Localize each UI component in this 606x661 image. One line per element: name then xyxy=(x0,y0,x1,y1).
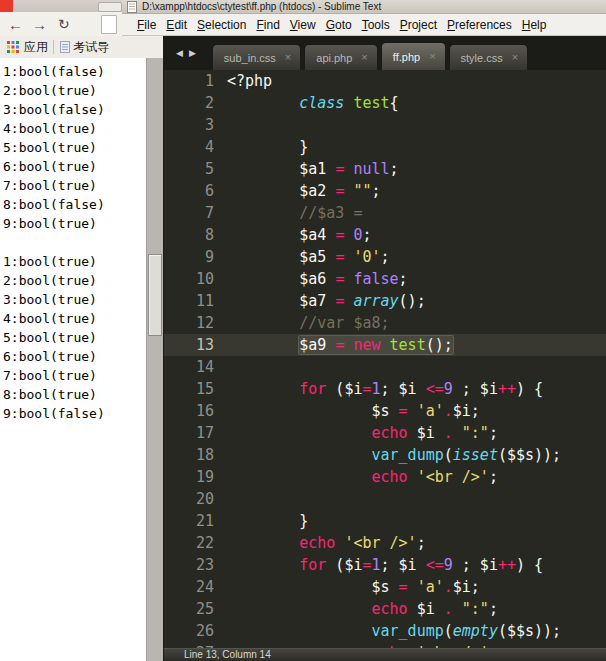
line-number: 23 xyxy=(164,554,214,576)
code-line[interactable]: 24 $s = 'a'.$i; xyxy=(164,576,606,598)
refresh-icon[interactable]: ↻ xyxy=(58,17,70,31)
code-line[interactable]: 19 echo '<br />'; xyxy=(164,466,606,488)
code-line[interactable]: 22 echo '<br />'; xyxy=(164,532,606,554)
line-number: 8 xyxy=(164,224,214,246)
code-line[interactable]: 8 $a4 = 0; xyxy=(164,224,606,246)
forward-icon[interactable]: → xyxy=(32,17,47,32)
code-line[interactable]: 18 var_dump(isset($$s)); xyxy=(164,444,606,466)
menu-file[interactable]: File xyxy=(132,16,161,34)
code-text: var_dump(empty($$s)); xyxy=(214,620,561,642)
code-text: } xyxy=(214,510,308,532)
tab-close-icon[interactable]: × xyxy=(285,52,291,63)
code-line[interactable]: 23 for ($i=1; $i <=9 ; $i++) { xyxy=(164,554,606,576)
output-line: 9:bool(true) xyxy=(3,214,146,233)
code-line[interactable]: 1<?php xyxy=(164,70,606,92)
browser-scrollbar[interactable] xyxy=(146,58,163,661)
output-line: 5:bool(true) xyxy=(3,138,146,157)
apps-grid-icon[interactable] xyxy=(7,41,19,53)
line-number: 22 xyxy=(164,532,214,554)
output-line: 9:bool(false) xyxy=(3,404,146,423)
tab-sub_in.css[interactable]: sub_in.css× xyxy=(212,44,301,70)
tab-close-icon[interactable]: × xyxy=(512,52,518,63)
selection: $a9 = new test(); xyxy=(299,336,453,354)
code-line[interactable]: 10 $a6 = false; xyxy=(164,268,606,290)
output-line: 6:bool(true) xyxy=(3,157,146,176)
code-line[interactable]: 9 $a5 = '0'; xyxy=(164,246,606,268)
line-number: 24 xyxy=(164,576,214,598)
tab-scroll-left-icon[interactable]: ◀ xyxy=(176,48,183,58)
code-line[interactable]: 5 $a1 = null; xyxy=(164,158,606,180)
scrollbar-thumb[interactable] xyxy=(148,254,162,336)
code-text: <?php xyxy=(214,70,272,92)
code-line[interactable]: 7 //$a3 = xyxy=(164,202,606,224)
code-line[interactable]: 13 $a9 = new test(); xyxy=(164,334,606,356)
output-line: 1:bool(false) xyxy=(3,62,146,81)
line-number: 6 xyxy=(164,180,214,202)
code-editor[interactable]: 1<?php2 class test{34 }5 $a1 = null;6 $a… xyxy=(164,70,606,661)
code-text: echo $i . ":"; xyxy=(214,598,498,620)
line-number: 18 xyxy=(164,444,214,466)
output-line: 2:bool(true) xyxy=(3,81,146,100)
line-number: 12 xyxy=(164,312,214,334)
screen: ← → ↻ 应用 考试导 1:bool(false)2:bool(true)3:… xyxy=(0,0,606,661)
tab-ff.php[interactable]: ff.php× xyxy=(381,42,446,70)
new-tab-button[interactable] xyxy=(98,2,122,12)
code-line[interactable]: 11 $a7 = array(); xyxy=(164,290,606,312)
line-number: 3 xyxy=(164,114,214,136)
menu-project[interactable]: Project xyxy=(395,16,442,34)
code-text xyxy=(214,488,227,510)
code-line[interactable]: 15 for ($i=1; $i <=9 ; $i++) { xyxy=(164,378,606,400)
code-line[interactable]: 16 $s = 'a'.$i; xyxy=(164,400,606,422)
line-number: 4 xyxy=(164,136,214,158)
line-number: 2 xyxy=(164,92,214,114)
code-text: var_dump(isset($$s)); xyxy=(214,444,561,466)
page-icon[interactable] xyxy=(101,15,117,34)
tab-scroll-right-icon[interactable]: ▶ xyxy=(189,48,196,58)
apps-label[interactable]: 应用 xyxy=(24,39,48,56)
back-icon[interactable]: ← xyxy=(8,17,23,32)
menu-edit[interactable]: Edit xyxy=(161,16,192,34)
sublime-document-icon xyxy=(127,1,137,13)
browser-page-content[interactable]: 1:bool(false)2:bool(true)3:bool(false)4:… xyxy=(0,58,146,661)
menu-help[interactable]: Help xyxy=(517,16,552,34)
bookmark-item[interactable]: 考试导 xyxy=(73,39,109,56)
output-line: 6:bool(true) xyxy=(3,347,146,366)
menu-view[interactable]: View xyxy=(285,16,321,34)
code-text: echo '<br />'; xyxy=(214,466,498,488)
menu-selection[interactable]: Selection xyxy=(192,16,251,34)
browser-red-tab-indicator[interactable] xyxy=(0,0,13,12)
code-line[interactable]: 17 echo $i . ":"; xyxy=(164,422,606,444)
menu-goto[interactable]: Goto xyxy=(321,16,357,34)
menu-tools[interactable]: Tools xyxy=(357,16,395,34)
line-number: 25 xyxy=(164,598,214,620)
code-line[interactable]: 26 var_dump(empty($$s)); xyxy=(164,620,606,642)
code-text: $a1 = null; xyxy=(214,158,399,180)
code-text: } xyxy=(214,136,308,158)
menu-preferences[interactable]: Preferences xyxy=(442,16,517,34)
tab-close-icon[interactable]: × xyxy=(361,52,367,63)
line-number: 19 xyxy=(164,466,214,488)
tab-scroll-arrows: ◀ ▶ xyxy=(176,36,202,70)
code-line[interactable]: 4 } xyxy=(164,136,606,158)
tab-close-icon[interactable]: × xyxy=(429,51,435,62)
tab-api.php[interactable]: api.php× xyxy=(304,44,378,70)
code-line[interactable]: 6 $a2 = ""; xyxy=(164,180,606,202)
tab-label: style.css xyxy=(461,52,503,64)
code-text: $a5 = '0'; xyxy=(214,246,390,268)
line-number: 15 xyxy=(164,378,214,400)
code-line[interactable]: 21 } xyxy=(164,510,606,532)
output-line xyxy=(3,233,146,252)
menu-find[interactable]: Find xyxy=(251,16,284,34)
code-line[interactable]: 3 xyxy=(164,114,606,136)
line-number: 20 xyxy=(164,488,214,510)
sublime-title-bar[interactable]: D:\xampp\htdocs\ctytest\ff.php (htdocs) … xyxy=(122,0,606,14)
code-line[interactable]: 12 //var $a8; xyxy=(164,312,606,334)
tab-style.css[interactable]: style.css× xyxy=(449,44,529,70)
code-line[interactable]: 2 class test{ xyxy=(164,92,606,114)
code-text: //var $a8; xyxy=(214,312,390,334)
code-line[interactable]: 25 echo $i . ":"; xyxy=(164,598,606,620)
output-line: 1:bool(true) xyxy=(3,252,146,271)
code-line[interactable]: 14 xyxy=(164,356,606,378)
code-line[interactable]: 20 xyxy=(164,488,606,510)
output-line: 5:bool(true) xyxy=(3,328,146,347)
